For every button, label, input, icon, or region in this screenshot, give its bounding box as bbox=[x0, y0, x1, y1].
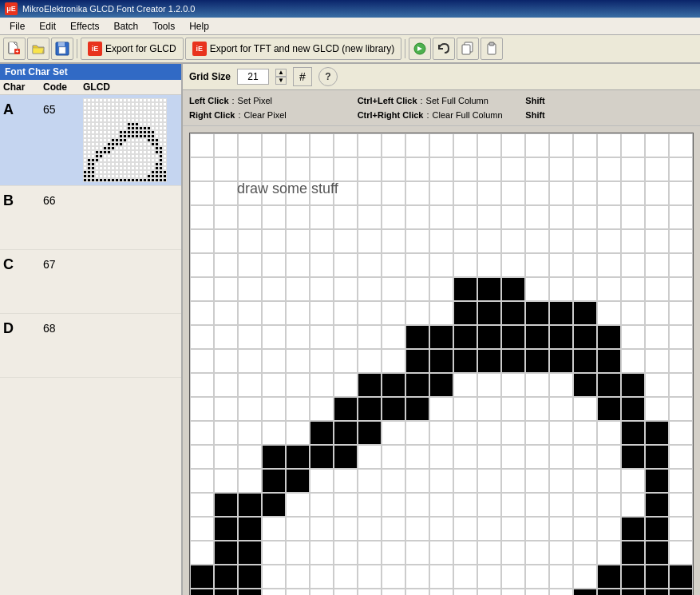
pixel-cell[interactable] bbox=[382, 325, 405, 349]
pixel-cell[interactable] bbox=[525, 253, 549, 277]
pixel-cell[interactable] bbox=[310, 349, 334, 373]
pixel-cell[interactable] bbox=[549, 253, 573, 277]
pixel-cell[interactable] bbox=[453, 373, 477, 397]
pixel-cell[interactable] bbox=[597, 469, 621, 493]
pixel-cell[interactable] bbox=[453, 325, 477, 349]
pixel-cell[interactable] bbox=[214, 253, 238, 277]
pixel-cell[interactable] bbox=[549, 325, 573, 349]
pixel-cell[interactable] bbox=[429, 397, 453, 421]
pixel-cell[interactable] bbox=[477, 397, 501, 421]
pixel-cell[interactable] bbox=[334, 181, 358, 205]
pixel-cell[interactable] bbox=[453, 277, 477, 301]
pixel-cell[interactable] bbox=[286, 493, 310, 517]
pixel-cell[interactable] bbox=[453, 541, 477, 565]
pixel-cell[interactable] bbox=[214, 493, 238, 517]
pixel-cell[interactable] bbox=[262, 205, 286, 229]
pixel-cell[interactable] bbox=[597, 157, 621, 181]
pixel-cell[interactable] bbox=[669, 445, 693, 469]
pixel-cell[interactable] bbox=[214, 205, 238, 229]
pixel-cell[interactable] bbox=[190, 205, 214, 229]
pixel-cell[interactable] bbox=[310, 181, 334, 205]
pixel-cell[interactable] bbox=[621, 421, 645, 445]
pixel-cell[interactable] bbox=[453, 493, 477, 517]
pixel-cell[interactable] bbox=[358, 301, 382, 325]
pixel-cell[interactable] bbox=[645, 469, 669, 493]
pixel-cell[interactable] bbox=[382, 277, 405, 301]
pixel-cell[interactable] bbox=[549, 229, 573, 253]
pixel-cell[interactable] bbox=[597, 277, 621, 301]
pixel-cell[interactable] bbox=[501, 397, 525, 421]
pixel-cell[interactable] bbox=[669, 253, 693, 277]
pixel-cell[interactable] bbox=[669, 133, 693, 157]
pixel-cell[interactable] bbox=[286, 181, 310, 205]
pixel-cell[interactable] bbox=[621, 517, 645, 541]
pixel-cell[interactable] bbox=[382, 589, 405, 595]
pixel-cell[interactable] bbox=[597, 373, 621, 397]
pixel-cell[interactable] bbox=[645, 517, 669, 541]
pixel-cell[interactable] bbox=[645, 541, 669, 565]
pixel-cell[interactable] bbox=[238, 157, 262, 181]
pixel-cell[interactable] bbox=[405, 565, 429, 589]
pixel-cell[interactable] bbox=[214, 541, 238, 565]
pixel-cell[interactable] bbox=[573, 493, 597, 517]
pixel-cell[interactable] bbox=[525, 205, 549, 229]
pixel-cell[interactable] bbox=[429, 277, 453, 301]
pixel-cell[interactable] bbox=[573, 397, 597, 421]
pixel-cell[interactable] bbox=[358, 157, 382, 181]
pixel-cell[interactable] bbox=[382, 445, 405, 469]
spin-up-button[interactable]: ▲ bbox=[275, 69, 287, 77]
pixel-cell[interactable] bbox=[429, 445, 453, 469]
pixel-cell[interactable] bbox=[549, 445, 573, 469]
pixel-cell[interactable] bbox=[405, 349, 429, 373]
pixel-cell[interactable] bbox=[645, 277, 669, 301]
pixel-cell[interactable] bbox=[645, 229, 669, 253]
pixel-cell[interactable] bbox=[645, 205, 669, 229]
charset-row[interactable]: B66 bbox=[0, 186, 181, 250]
pixel-cell[interactable] bbox=[525, 565, 549, 589]
pixel-cell[interactable] bbox=[549, 277, 573, 301]
pixel-cell[interactable] bbox=[190, 421, 214, 445]
pixel-cell[interactable] bbox=[405, 469, 429, 493]
pixel-cell[interactable] bbox=[501, 421, 525, 445]
pixel-cell[interactable] bbox=[405, 445, 429, 469]
menu-batch[interactable]: Batch bbox=[108, 19, 145, 34]
pixel-cell[interactable] bbox=[525, 229, 549, 253]
pixel-cell[interactable] bbox=[621, 349, 645, 373]
pixel-cell[interactable] bbox=[477, 493, 501, 517]
pixel-cell[interactable] bbox=[525, 133, 549, 157]
pixel-cell[interactable] bbox=[453, 565, 477, 589]
pixel-cell[interactable] bbox=[429, 301, 453, 325]
pixel-cell[interactable] bbox=[501, 493, 525, 517]
pixel-cell[interactable] bbox=[262, 301, 286, 325]
menu-edit[interactable]: Edit bbox=[33, 19, 62, 34]
pixel-cell[interactable] bbox=[477, 469, 501, 493]
pixel-cell[interactable] bbox=[525, 301, 549, 325]
pixel-cell[interactable] bbox=[429, 349, 453, 373]
pixel-cell[interactable] bbox=[573, 301, 597, 325]
pixel-cell[interactable] bbox=[286, 157, 310, 181]
grid-size-spinner[interactable]: ▲ ▼ bbox=[275, 69, 287, 85]
pixel-cell[interactable] bbox=[549, 181, 573, 205]
pixel-cell[interactable] bbox=[429, 205, 453, 229]
pixel-cell[interactable] bbox=[405, 205, 429, 229]
pixel-cell[interactable] bbox=[645, 301, 669, 325]
pixel-cell[interactable] bbox=[238, 349, 262, 373]
new-button[interactable]: + bbox=[3, 38, 26, 60]
pixel-cell[interactable] bbox=[429, 493, 453, 517]
pixel-cell[interactable] bbox=[382, 373, 405, 397]
pixel-cell[interactable] bbox=[621, 469, 645, 493]
pixel-cell[interactable] bbox=[573, 133, 597, 157]
pixel-cell[interactable] bbox=[286, 133, 310, 157]
pixel-cell[interactable] bbox=[621, 229, 645, 253]
pixel-cell[interactable] bbox=[214, 157, 238, 181]
pixel-cell[interactable] bbox=[429, 181, 453, 205]
pixel-cell[interactable] bbox=[214, 445, 238, 469]
pixel-cell[interactable] bbox=[262, 229, 286, 253]
pixel-cell[interactable] bbox=[597, 349, 621, 373]
pixel-cell[interactable] bbox=[358, 229, 382, 253]
pixel-cell[interactable] bbox=[358, 445, 382, 469]
pixel-cell[interactable] bbox=[310, 445, 334, 469]
pixel-cell[interactable] bbox=[429, 373, 453, 397]
pixel-cell[interactable] bbox=[286, 445, 310, 469]
pixel-cell[interactable] bbox=[334, 253, 358, 277]
